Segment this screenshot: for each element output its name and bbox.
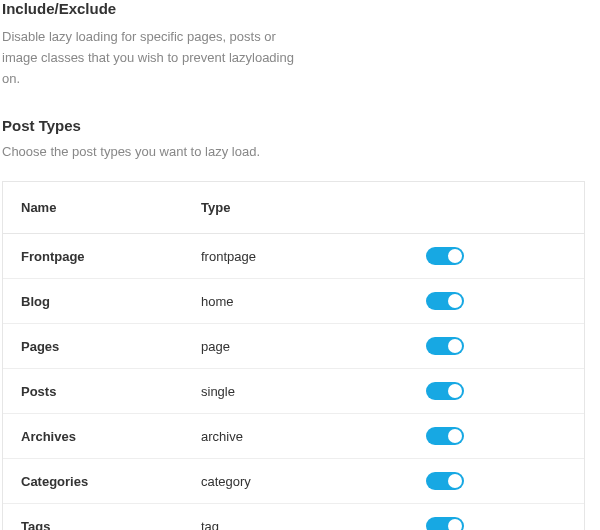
table-row: Postssingle — [3, 369, 584, 414]
row-type: archive — [201, 429, 421, 444]
section-title: Include/Exclude — [0, 0, 600, 17]
row-type: home — [201, 294, 421, 309]
toggle-knob — [448, 429, 462, 443]
table-row: Bloghome — [3, 279, 584, 324]
header-name: Name — [21, 200, 201, 215]
toggle-switch[interactable] — [426, 292, 464, 310]
row-type: tag — [201, 519, 421, 530]
row-name: Posts — [21, 384, 201, 399]
toggle-knob — [448, 249, 462, 263]
row-name: Blog — [21, 294, 201, 309]
header-type: Type — [201, 200, 421, 215]
toggle-switch[interactable] — [426, 382, 464, 400]
toggle-switch[interactable] — [426, 247, 464, 265]
row-name: Tags — [21, 519, 201, 530]
subsection-description: Choose the post types you want to lazy l… — [0, 144, 600, 159]
toggle-switch[interactable] — [426, 427, 464, 445]
row-toggle-cell — [421, 472, 566, 490]
table-row: Archivesarchive — [3, 414, 584, 459]
toggle-knob — [448, 384, 462, 398]
table-header: Name Type — [3, 182, 584, 234]
row-toggle-cell — [421, 247, 566, 265]
row-type: frontpage — [201, 249, 421, 264]
table-row: Frontpagefrontpage — [3, 234, 584, 279]
subsection-title: Post Types — [0, 117, 600, 134]
row-toggle-cell — [421, 292, 566, 310]
toggle-switch[interactable] — [426, 337, 464, 355]
toggle-knob — [448, 339, 462, 353]
toggle-knob — [448, 294, 462, 308]
row-name: Frontpage — [21, 249, 201, 264]
toggle-switch[interactable] — [426, 517, 464, 530]
row-name: Archives — [21, 429, 201, 444]
row-type: page — [201, 339, 421, 354]
row-toggle-cell — [421, 427, 566, 445]
toggle-knob — [448, 474, 462, 488]
row-name: Pages — [21, 339, 201, 354]
row-type: single — [201, 384, 421, 399]
row-type: category — [201, 474, 421, 489]
table-row: Pagespage — [3, 324, 584, 369]
section-description: Disable lazy loading for specific pages,… — [0, 27, 300, 89]
toggle-knob — [448, 519, 462, 530]
row-toggle-cell — [421, 337, 566, 355]
toggle-switch[interactable] — [426, 472, 464, 490]
row-name: Categories — [21, 474, 201, 489]
row-toggle-cell — [421, 382, 566, 400]
table-row: Categoriescategory — [3, 459, 584, 504]
table-row: Tagstag — [3, 504, 584, 530]
row-toggle-cell — [421, 517, 566, 530]
post-types-table: Name Type FrontpagefrontpageBloghomePage… — [2, 181, 585, 530]
